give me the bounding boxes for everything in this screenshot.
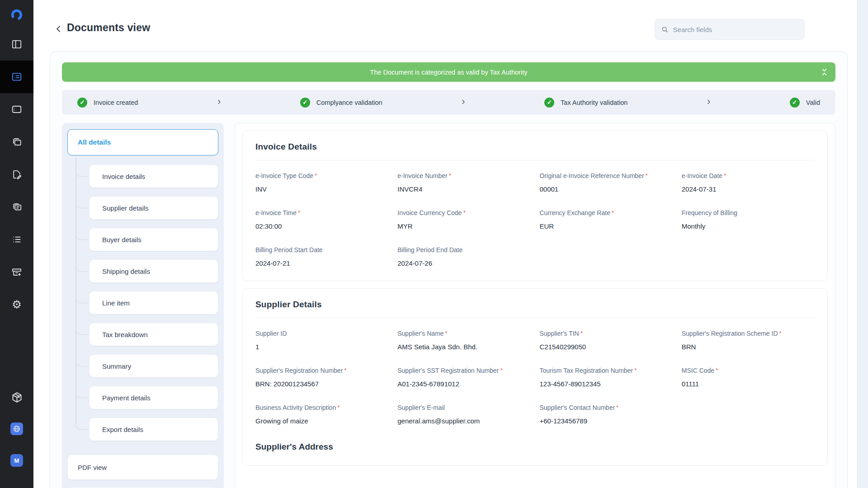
field-value: BRN (682, 343, 815, 351)
sections-tree: Invoice detailsSupplier detailsBuyer det… (75, 164, 218, 441)
field-value: AMS Setia Jaya Sdn. Bhd. (397, 343, 530, 351)
search-input[interactable] (673, 26, 798, 33)
banner-text: The Document is categorized as valid by … (370, 69, 528, 76)
required-asterisk: * (463, 209, 466, 216)
app-logo-icon[interactable] (0, 2, 33, 28)
required-asterisk: * (634, 367, 637, 374)
sidebar-item-documents-icon[interactable] (0, 61, 33, 93)
sidebar-item-copies-icon[interactable] (0, 126, 33, 158)
sidebar: ⚙ M (0, 0, 33, 488)
required-asterisk: * (445, 330, 448, 337)
field-value: Growing of maize (255, 417, 388, 425)
required-asterisk: * (646, 172, 648, 179)
field-e-invoice-type-code: e-Invoice Type Code*INV (255, 172, 388, 193)
required-asterisk: * (449, 172, 451, 179)
field-value: 2024-07-21 (255, 259, 388, 267)
nav-item-supplier-details[interactable]: Supplier details (89, 196, 218, 220)
required-asterisk: * (612, 209, 614, 216)
field-value: BRN: 202001234567 (255, 380, 388, 388)
sidebar-bottom-group: M (0, 381, 33, 488)
supplier-fields-grid: Supplier ID1Supplier's Name*AMS Setia Ja… (255, 330, 815, 425)
nav-item-invoice-details[interactable]: Invoice details (89, 164, 218, 188)
sidebar-item-settings-gear-icon[interactable]: ⚙ (0, 288, 33, 321)
sidebar-item-card-icon[interactable] (0, 93, 33, 126)
top-bar: Documents view (33, 0, 857, 50)
step-complyance-validation: ✓Complyance validation (300, 98, 382, 108)
field-value: INVCR4 (397, 185, 530, 193)
sidebar-item-list-icon[interactable] (0, 223, 33, 256)
banner-collapse-button[interactable] (817, 66, 831, 79)
collapse-icon (821, 68, 828, 76)
back-button[interactable] (52, 23, 65, 35)
step-chevron-icon: › (462, 97, 465, 107)
supplier-address-heading: Supplier's Address (255, 442, 815, 452)
document-card: The Document is categorized as valid by … (50, 51, 848, 488)
validity-banner: The Document is categorized as valid by … (62, 62, 835, 82)
required-asterisk: * (716, 367, 718, 374)
required-asterisk: * (724, 172, 726, 179)
step-invoice-created: ✓Invoice created (77, 98, 138, 108)
required-asterisk: * (298, 209, 300, 216)
step-check-icon: ✓ (77, 98, 87, 108)
field-supplier-s-contact-number: Supplier's Contact Number*+60-123456789 (540, 404, 673, 425)
tree-branch: Line item (89, 291, 218, 314)
field-supplier-s-name: Supplier's Name*AMS Setia Jaya Sdn. Bhd. (397, 330, 530, 351)
user-avatar[interactable]: M (0, 445, 33, 476)
field-value: +60-123456789 (540, 417, 673, 425)
field-supplier-s-tin: Supplier's TIN*C21540299050 (540, 330, 673, 351)
field-value: 2024-07-31 (682, 185, 815, 193)
field-original-e-invoice-reference-number: Original e-Invoice Reference Number*0000… (540, 172, 673, 193)
nav-item-payment-details[interactable]: Payment details (89, 386, 218, 409)
page-scrollbar-track[interactable] (857, 0, 868, 488)
invoice-fields-grid: e-Invoice Type Code*INVe-Invoice Number*… (255, 172, 815, 267)
field-supplier-s-sst-registration-number: Supplier's SST Registration Number*A01-2… (397, 367, 530, 388)
nav-item-line-item[interactable]: Line item (89, 291, 218, 314)
page-title: Documents view (67, 22, 150, 34)
step-check-icon: ✓ (544, 98, 554, 108)
search-icon (661, 26, 669, 33)
field-value: A01-2345-67891012 (397, 380, 530, 388)
supplier-details-title: Supplier Details (255, 300, 815, 310)
invoice-details-title: Invoice Details (255, 142, 815, 152)
nav-item-shipping-details[interactable]: Shipping details (89, 259, 218, 283)
nav-item-buyer-details[interactable]: Buyer details (89, 228, 218, 251)
divider (255, 318, 815, 318)
avatar-initial: M (10, 454, 23, 467)
field-value: INV (255, 185, 388, 193)
field-billing-period-start-date: Billing Period Start Date2024-07-21 (255, 246, 388, 267)
details-scroll-area: Invoice Details e-Invoice Type Code*INVe… (235, 123, 835, 488)
supplier-details-card: Supplier Details Supplier ID1Supplier's … (242, 288, 828, 466)
nav-item-summary[interactable]: Summary (89, 354, 218, 378)
field-e-invoice-number: e-Invoice Number*INVCR4 (397, 172, 530, 193)
sidebar-item-dashboard-icon[interactable] (0, 28, 33, 61)
field-e-invoice-date: e-Invoice Date*2024-07-31 (682, 172, 815, 193)
search-field (655, 19, 805, 40)
sidebar-item-file-edit-icon[interactable] (0, 158, 33, 191)
sidebar-item-archive-add-icon[interactable] (0, 256, 33, 288)
sandbox-cube-icon[interactable] (0, 381, 33, 413)
sidebar-item-pages-stack-icon[interactable] (0, 191, 33, 223)
required-asterisk: * (344, 367, 346, 374)
field-value: EUR (540, 222, 673, 230)
step-chevron-icon: › (217, 97, 221, 107)
content-row: All details Invoice detailsSupplier deta… (62, 123, 835, 488)
step-tax-authority-validation: ✓Tax Authority validation (544, 98, 627, 108)
globe-app-icon[interactable] (0, 413, 33, 445)
nav-item-all-details[interactable]: All details (67, 129, 218, 155)
tree-branch: Buyer details (89, 228, 218, 251)
sections-nav-panel: All details Invoice detailsSupplier deta… (62, 123, 224, 488)
field-value: C21540299050 (540, 343, 673, 351)
nav-item-export-details[interactable]: Export details (89, 418, 218, 441)
tree-branch: Invoice details (89, 164, 218, 188)
step-check-icon: ✓ (300, 98, 310, 108)
nav-item-pdf-view[interactable]: PDF view (67, 455, 218, 480)
required-asterisk: * (337, 404, 340, 411)
field-currency-exchange-rate: Currency Exchange Rate*EUR (540, 209, 673, 230)
field-value: 01111 (682, 380, 815, 388)
tree-branch: Tax breakdown (89, 323, 218, 346)
divider (255, 160, 815, 160)
field-value: 123-4567-89012345 (540, 380, 673, 388)
field-value: MYR (397, 222, 530, 230)
field-supplier-s-registration-number: Supplier's Registration Number*BRN: 2020… (255, 367, 388, 388)
nav-item-tax-breakdown[interactable]: Tax breakdown (89, 323, 218, 346)
